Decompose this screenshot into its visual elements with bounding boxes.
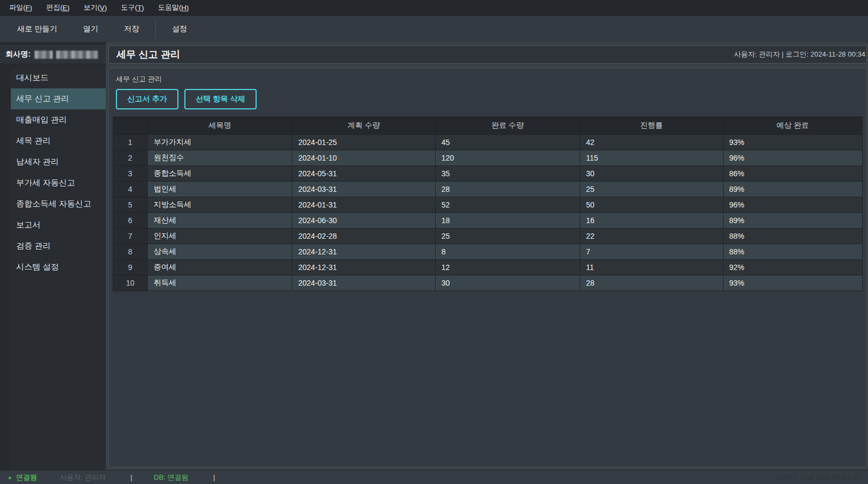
row-index-cell[interactable]: 2 xyxy=(113,150,148,166)
table-row[interactable]: 4 법인세 2024-03-31 28 25 89% xyxy=(113,182,863,197)
completed-cell[interactable]: 18 xyxy=(435,213,580,229)
completed-cell[interactable]: 12 xyxy=(435,260,580,275)
table-row[interactable]: 10 취득세 2024-03-31 30 28 93% xyxy=(113,275,863,291)
tax-name-cell[interactable]: 지방소득세 xyxy=(148,197,292,213)
row-index-cell[interactable]: 9 xyxy=(113,260,148,275)
sidebar-item-system-settings[interactable]: 시스템 설정 xyxy=(11,257,106,278)
company-label: 회사명: xyxy=(5,50,31,59)
row-index-cell[interactable]: 10 xyxy=(113,275,148,291)
completed-cell[interactable]: 30 xyxy=(435,275,580,291)
progress-cell[interactable]: 7 xyxy=(580,244,723,260)
tax-name-cell[interactable]: 재산세 xyxy=(148,213,292,229)
planned-cell[interactable]: 2024-06-30 xyxy=(292,213,435,229)
sidebar-item-dashboard[interactable]: 대시보드 xyxy=(11,67,106,88)
completed-cell[interactable]: 25 xyxy=(435,229,580,244)
table-row[interactable]: 7 인지세 2024-02-28 25 22 88% xyxy=(113,229,863,244)
tax-name-cell[interactable]: 인지세 xyxy=(148,229,292,244)
menu-file[interactable]: 파일(F) xyxy=(2,0,39,15)
add-report-button[interactable]: 신고서 추가 xyxy=(116,89,178,109)
sidebar-item-income-auto[interactable]: 종합소득세 자동신고 xyxy=(11,193,106,215)
completed-cell[interactable]: 52 xyxy=(435,197,580,213)
tax-name-cell[interactable]: 취득세 xyxy=(148,275,292,291)
completed-cell[interactable]: 120 xyxy=(435,150,580,166)
table-row[interactable]: 3 종합소득세 2024-05-31 35 30 86% xyxy=(113,166,863,182)
column-header-completed: 완료 수량 xyxy=(435,117,580,135)
menu-label-part: 도움말( xyxy=(158,3,181,12)
menu-tools[interactable]: 도구(T) xyxy=(114,0,151,15)
completed-cell[interactable]: 28 xyxy=(435,182,580,197)
menu-help[interactable]: 도움말(H) xyxy=(151,0,196,15)
progress-cell[interactable]: 16 xyxy=(580,213,723,229)
completed-cell[interactable]: 45 xyxy=(435,135,580,150)
planned-cell[interactable]: 2024-12-31 xyxy=(292,244,435,260)
sidebar-item-vat-auto[interactable]: 부가세 자동신고 xyxy=(11,172,106,193)
delete-selected-button[interactable]: 선택 항목 삭제 xyxy=(184,89,257,109)
progress-cell[interactable]: 42 xyxy=(580,135,723,150)
planned-cell[interactable]: 2024-01-25 xyxy=(292,135,435,150)
row-index-cell[interactable]: 3 xyxy=(113,166,148,182)
progress-cell[interactable]: 28 xyxy=(580,275,723,291)
menu-accel-key: T xyxy=(137,4,142,12)
column-header-expected: 예상 완료 xyxy=(723,117,863,135)
expected-cell[interactable]: 88% xyxy=(723,244,863,260)
row-index-cell[interactable]: 8 xyxy=(113,244,148,260)
planned-cell[interactable]: 2024-02-28 xyxy=(292,229,435,244)
settings-button[interactable]: 설정 xyxy=(159,16,200,42)
progress-cell[interactable]: 115 xyxy=(580,150,723,166)
progress-cell[interactable]: 11 xyxy=(580,260,723,275)
sidebar-item-reports[interactable]: 보고서 xyxy=(11,215,106,236)
planned-cell[interactable]: 2024-03-31 xyxy=(292,182,435,197)
menu-label-part: ) xyxy=(187,4,189,12)
menu-view[interactable]: 보기(V) xyxy=(77,0,114,15)
expected-cell[interactable]: 88% xyxy=(723,229,863,244)
table-row[interactable]: 5 지방소득세 2024-01-31 52 50 96% xyxy=(113,197,863,213)
expected-cell[interactable]: 96% xyxy=(723,197,863,213)
table-row[interactable]: 8 상속세 2024-12-31 8 7 88% xyxy=(113,244,863,260)
company-name-row: 회사명: xyxy=(0,45,106,64)
progress-cell[interactable]: 30 xyxy=(580,166,723,182)
table-row[interactable]: 1 부가가치세 2024-01-25 45 42 93% xyxy=(113,135,863,150)
completed-cell[interactable]: 8 xyxy=(435,244,580,260)
row-index-cell[interactable]: 5 xyxy=(113,197,148,213)
tax-name-cell[interactable]: 부가가치세 xyxy=(148,135,292,150)
planned-cell[interactable]: 2024-12-31 xyxy=(292,260,435,275)
progress-cell[interactable]: 50 xyxy=(580,197,723,213)
tax-name-cell[interactable]: 증여세 xyxy=(148,260,292,275)
row-index-cell[interactable]: 1 xyxy=(113,135,148,150)
sidebar-item-taxpayers[interactable]: 납세자 관리 xyxy=(11,151,106,172)
open-button[interactable]: 열기 xyxy=(70,16,111,42)
expected-cell[interactable]: 93% xyxy=(723,275,863,291)
menu-label-part: ) xyxy=(67,4,70,12)
completed-cell[interactable]: 35 xyxy=(435,166,580,182)
expected-cell[interactable]: 86% xyxy=(723,166,863,182)
tax-name-cell[interactable]: 법인세 xyxy=(148,182,292,197)
planned-cell[interactable]: 2024-05-31 xyxy=(292,166,435,182)
expected-cell[interactable]: 92% xyxy=(723,260,863,275)
sidebar-item-validation[interactable]: 검증 관리 xyxy=(11,236,106,257)
tax-name-cell[interactable]: 상속세 xyxy=(148,244,292,260)
row-index-cell[interactable]: 4 xyxy=(113,182,148,197)
progress-cell[interactable]: 22 xyxy=(580,229,723,244)
menu-edit[interactable]: 편집(E) xyxy=(39,0,77,15)
row-index-cell[interactable]: 6 xyxy=(113,213,148,229)
row-index-cell[interactable]: 7 xyxy=(113,229,148,244)
tax-name-cell[interactable]: 원천징수 xyxy=(148,150,292,166)
table-row[interactable]: 9 증여세 2024-12-31 12 11 92% xyxy=(113,260,863,275)
planned-cell[interactable]: 2024-01-31 xyxy=(292,197,435,213)
expected-cell[interactable]: 89% xyxy=(723,213,863,229)
sidebar-item-tax-items[interactable]: 세목 관리 xyxy=(11,130,106,151)
sidebar-item-sales-purchase[interactable]: 매출매입 관리 xyxy=(11,109,106,130)
page-title: 세무 신고 관리 xyxy=(116,48,180,61)
table-row[interactable]: 6 재산세 2024-06-30 18 16 89% xyxy=(113,213,863,229)
planned-cell[interactable]: 2024-01-10 xyxy=(292,150,435,166)
progress-cell[interactable]: 25 xyxy=(580,182,723,197)
expected-cell[interactable]: 89% xyxy=(723,182,863,197)
tax-name-cell[interactable]: 종합소득세 xyxy=(148,166,292,182)
save-button[interactable]: 저장 xyxy=(111,16,152,42)
expected-cell[interactable]: 93% xyxy=(723,135,863,150)
sidebar-item-tax-filing[interactable]: 세무 신고 관리 xyxy=(11,88,106,109)
planned-cell[interactable]: 2024-03-31 xyxy=(292,275,435,291)
table-row[interactable]: 2 원천징수 2024-01-10 120 115 96% xyxy=(113,150,863,166)
new-button[interactable]: 새로 만들기 xyxy=(4,16,70,42)
expected-cell[interactable]: 96% xyxy=(723,150,863,166)
